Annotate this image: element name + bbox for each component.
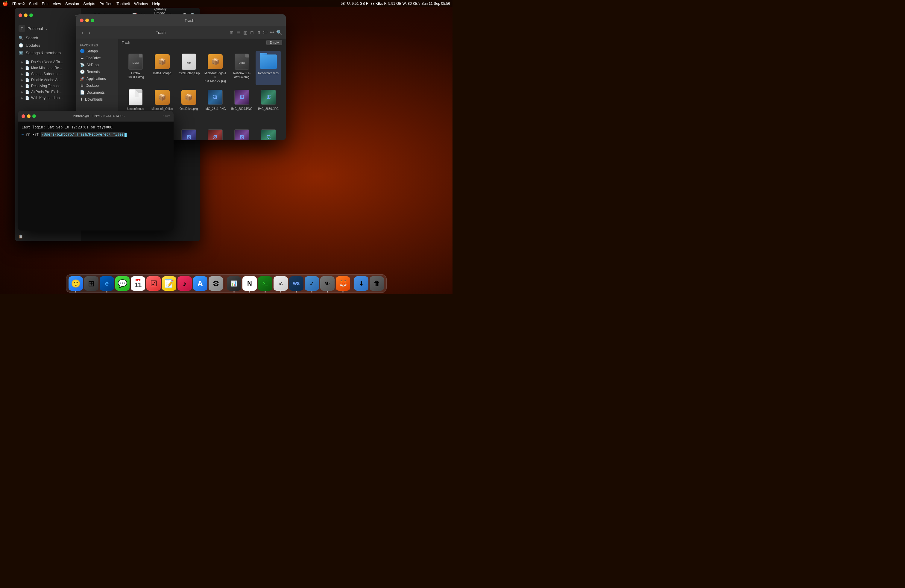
dock-iawriter[interactable]: iA bbox=[273, 277, 288, 291]
notion-updates[interactable]: 🕐 Updates bbox=[15, 41, 81, 49]
finder-list-view-btn[interactable]: ☰ bbox=[235, 29, 241, 36]
notion-workspace[interactable]: T Personal ⌄ bbox=[15, 23, 81, 34]
finder-item-installsetapp-zip[interactable]: ZIP InstallSetapp.zip bbox=[176, 51, 202, 85]
finder-close-btn[interactable] bbox=[80, 19, 84, 22]
finder-gallery-view-btn[interactable]: ⊡ bbox=[249, 29, 255, 36]
img2811-name: IMG_2811.PNG bbox=[205, 107, 226, 111]
dock-syspref[interactable]: ⚙ bbox=[209, 277, 223, 291]
finder-item-onedrive-pkg[interactable]: 📦 OneDrive.pkg bbox=[176, 86, 202, 125]
onedrive-icon: ☁ bbox=[80, 56, 84, 60]
dock-reminders[interactable]: ☑ bbox=[146, 277, 161, 291]
iawriter-dock-icon: iA bbox=[279, 281, 283, 286]
finder-item-install-setapp[interactable]: 📦 Install Setapp bbox=[150, 51, 175, 85]
finder-minimize-btn[interactable] bbox=[85, 19, 89, 22]
finder-sidebar-recents[interactable]: 🕐 Recents bbox=[76, 68, 118, 75]
dock-activity-monitor[interactable]: 📊 bbox=[227, 277, 241, 291]
dock-edge[interactable]: e bbox=[100, 277, 114, 291]
notion-maximize-btn[interactable] bbox=[29, 13, 33, 17]
finder-icon-view-btn[interactable]: ⊞ bbox=[229, 29, 234, 36]
finder-sidebar-airdrop[interactable]: 📡 AirDrop bbox=[76, 61, 118, 68]
finder-sidebar-onedrive[interactable]: ☁ OneDrive bbox=[76, 54, 118, 61]
dock-finder[interactable]: 🙂 bbox=[68, 277, 83, 291]
music-dock-icon: ♪ bbox=[183, 279, 187, 288]
notion-page-6[interactable]: ▶ 📄 AirPods Pro Exch... bbox=[15, 89, 81, 95]
dock-trash[interactable]: 🗑 bbox=[370, 277, 384, 291]
menu-view[interactable]: View bbox=[53, 2, 61, 6]
notion-page-3[interactable]: ▶ 📄 Setapp Subscripti... bbox=[15, 71, 81, 77]
dock-firefox[interactable]: 🦊 bbox=[336, 277, 350, 291]
dock-downloads[interactable]: ⬇ bbox=[354, 277, 368, 291]
finder-back-btn[interactable]: ‹ bbox=[80, 29, 85, 36]
dock-music[interactable]: ♪ bbox=[178, 277, 192, 291]
finder-item-edge-pkg[interactable]: 📦 MicrosoftEdge-105.0.1343.27.pkg bbox=[203, 51, 228, 85]
finder-forward-btn[interactable]: › bbox=[87, 29, 92, 36]
menu-toolbelt[interactable]: Toolbelt bbox=[116, 2, 130, 6]
notion-close-btn[interactable] bbox=[19, 13, 22, 17]
finder-item-img2811[interactable]: 🖼 IMG_2811.PNG bbox=[203, 86, 228, 125]
desktop-icon: 🖥 bbox=[80, 83, 84, 88]
menu-window[interactable]: Window bbox=[134, 2, 148, 6]
finder-sidebar-applications[interactable]: 🚀 Applications bbox=[76, 75, 118, 82]
page-name-7: With Keyboard an... bbox=[31, 96, 62, 100]
dock-ticktick[interactable]: ✓ bbox=[305, 277, 319, 291]
menu-session[interactable]: Session bbox=[65, 2, 79, 6]
finder-favorites-section: Favorites bbox=[76, 41, 118, 48]
apple-menu[interactable]: 🍎 bbox=[2, 1, 8, 6]
finder-item-img2842[interactable]: 🖼 IMG_2842.JPG bbox=[176, 126, 202, 140]
menu-edit[interactable]: Edit bbox=[42, 2, 49, 6]
iterm-maximize-btn[interactable] bbox=[32, 114, 36, 118]
finder-item-img2845[interactable]: 🖼 IMG_2845.JPG bbox=[229, 126, 255, 140]
iterm-minimize-btn[interactable] bbox=[27, 114, 30, 118]
finder-search-btn[interactable]: 🔍 bbox=[276, 30, 282, 35]
finder-empty-btn[interactable]: Empty bbox=[266, 40, 282, 45]
finder-column-view-btn[interactable]: ▥ bbox=[243, 29, 248, 36]
menu-scripts[interactable]: Scripts bbox=[83, 2, 95, 6]
dock-calendar[interactable]: SEP 11 bbox=[131, 277, 145, 291]
launchpad-dock-icon: ⊞ bbox=[88, 279, 95, 288]
dock-launchpad[interactable]: ⊞ bbox=[84, 277, 98, 291]
dock-messages[interactable]: 💬 bbox=[115, 277, 130, 291]
finder-sidebar-desktop[interactable]: 🖥 Desktop bbox=[76, 82, 118, 89]
notion-settings[interactable]: ⚙️ Settings & members bbox=[15, 49, 81, 57]
notion-page-2[interactable]: ▶ 📄 Mac Mini Late Re... bbox=[15, 65, 81, 71]
office-pkg-icon: 📦 bbox=[154, 89, 171, 106]
finder-more-btn[interactable]: ••• bbox=[269, 30, 275, 35]
dock-notes[interactable]: 📝 bbox=[162, 277, 176, 291]
finder-sidebar-setapp[interactable]: 🔵 Setapp bbox=[76, 48, 118, 54]
iterm-close-btn[interactable] bbox=[22, 114, 25, 118]
menu-help[interactable]: Help bbox=[152, 2, 160, 6]
dock-notion[interactable]: N bbox=[243, 277, 257, 291]
finder-item-img2830[interactable]: 🖼 IMG_2830.JPG bbox=[256, 86, 281, 125]
finder-item-notion-dmg[interactable]: DMG Notion-2.1.1-arm64.dmg bbox=[229, 51, 255, 85]
finder-item-img2865[interactable]: 🖼 IMG_2865.jpg bbox=[256, 126, 281, 140]
notion-page-1[interactable]: ▶ 📄 Do You Need A Ta... bbox=[15, 59, 81, 65]
dock-preview[interactable]: 👁 bbox=[320, 277, 335, 291]
finder-item-firefox-dmg[interactable]: DMG Firefox104.0.1.dmg bbox=[123, 51, 148, 85]
notion-page-4[interactable]: ▶ 📄 Disable Adobe Ac... bbox=[15, 77, 81, 83]
iterm-terminal-content[interactable]: Last login: Sat Sep 10 12:23:01 on ttys0… bbox=[18, 122, 173, 230]
notion-page-7[interactable]: ▶ 📄 With Keyboard an... bbox=[15, 95, 81, 101]
finder-item-img2843[interactable]: 🖼 IMG_2843.JPG bbox=[203, 126, 228, 140]
dock-appstore[interactable]: A bbox=[193, 277, 207, 291]
finder-tag-btn[interactable]: 🏷 bbox=[263, 30, 268, 35]
notion-search[interactable]: 🔍 Search bbox=[15, 34, 81, 41]
finder-sidebar-downloads[interactable]: ⬇ Downloads bbox=[76, 96, 118, 103]
menu-shell[interactable]: Shell bbox=[29, 2, 38, 6]
finder-share-btn[interactable]: ⬆ bbox=[257, 30, 261, 35]
app-name[interactable]: iTerm2 bbox=[12, 2, 25, 6]
notion-template[interactable]: 📋 bbox=[15, 233, 81, 240]
menu-bar: 🍎 iTerm2 Shell Edit View Session Scripts… bbox=[0, 0, 452, 7]
finder-item-recovered-files[interactable]: Recovered files bbox=[256, 51, 281, 85]
notion-traffic-lights bbox=[19, 13, 33, 17]
finder-item-img2829[interactable]: 🖼 IMG_2829.PNG bbox=[229, 86, 255, 125]
menu-profiles[interactable]: Profiles bbox=[99, 2, 112, 6]
page-triangle-2: ▶ bbox=[21, 67, 23, 70]
dock-webstorm[interactable]: WS bbox=[289, 277, 303, 291]
dock-iterm[interactable]: >_ bbox=[258, 277, 272, 291]
finder-toolbar-title: Trash bbox=[95, 30, 227, 35]
finder-view-buttons: ⊞ ☰ ▥ ⊡ bbox=[229, 29, 255, 36]
notion-page-5[interactable]: ▶ 📄 Resolving Tempor... bbox=[15, 83, 81, 89]
notion-minimize-btn[interactable] bbox=[24, 13, 27, 17]
finder-maximize-btn[interactable] bbox=[90, 19, 94, 22]
finder-sidebar-documents[interactable]: 📄 Documents bbox=[76, 89, 118, 96]
